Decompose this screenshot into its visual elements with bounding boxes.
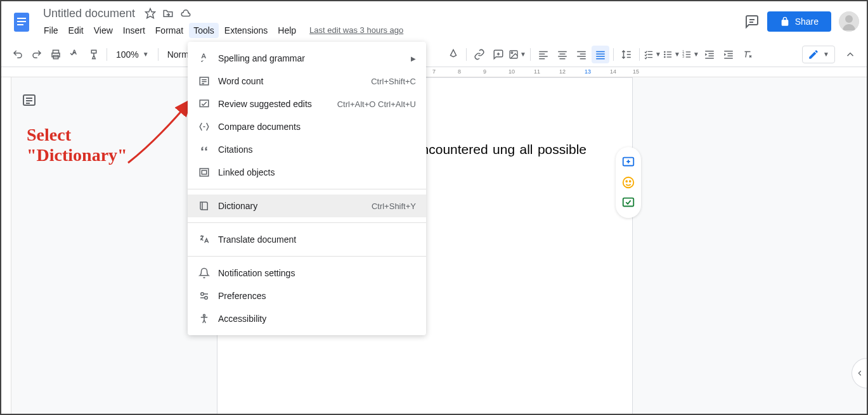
menu-extensions[interactable]: Extensions: [220, 23, 272, 38]
header-right: Share: [744, 11, 859, 32]
menu-file[interactable]: File: [39, 23, 63, 38]
user-avatar[interactable]: [839, 11, 859, 32]
toolbar: 100%▼ Normal ▼ ▼ ▼ 123▼ ▼: [1, 42, 867, 67]
svg-rect-31: [596, 56, 605, 57]
cloud-status-icon[interactable]: [179, 7, 192, 20]
horizontal-ruler[interactable]: 7 8 9 10 11 12 13 14 15: [1, 67, 867, 77]
svg-point-8: [845, 15, 853, 23]
svg-rect-52: [724, 58, 733, 59]
menu-help[interactable]: Help: [273, 23, 301, 38]
svg-point-62: [630, 181, 631, 182]
svg-point-33: [664, 51, 666, 53]
menu-accessibility[interactable]: Accessibility: [188, 307, 426, 330]
menu-divider: [188, 256, 426, 257]
spellcheck-icon: [198, 52, 211, 65]
svg-rect-21: [558, 51, 567, 52]
last-edit-link[interactable]: Last edit was 3 hours ago: [309, 25, 403, 35]
quote-icon: [198, 143, 211, 156]
document-title[interactable]: Untitled document: [39, 6, 139, 22]
outline-toggle-icon[interactable]: [22, 93, 39, 110]
paint-format-icon[interactable]: [85, 46, 103, 63]
menu-citations[interactable]: Citations: [188, 138, 426, 161]
align-justify-icon[interactable]: [592, 46, 609, 63]
menu-translate[interactable]: Translate document: [188, 228, 426, 251]
svg-rect-38: [667, 56, 671, 57]
insert-link-icon[interactable]: [470, 46, 488, 63]
svg-rect-18: [539, 53, 545, 54]
svg-rect-42: [686, 51, 690, 52]
submenu-arrow-icon: ▶: [411, 55, 416, 62]
menu-preferences[interactable]: Preferences: [188, 284, 426, 307]
svg-rect-17: [539, 51, 548, 52]
svg-rect-46: [708, 53, 713, 54]
checklist-icon[interactable]: ▼: [644, 46, 661, 63]
insert-image-icon[interactable]: ▼: [508, 46, 526, 63]
suggest-edit-icon[interactable]: [621, 195, 636, 210]
preferences-icon: [198, 290, 211, 302]
align-left-icon[interactable]: [534, 46, 552, 63]
emoji-reaction-icon[interactable]: [621, 175, 636, 190]
separator: [107, 48, 107, 61]
align-right-icon[interactable]: [573, 46, 590, 63]
bulleted-list-icon[interactable]: ▼: [663, 46, 680, 63]
docs-logo-icon[interactable]: [9, 9, 34, 34]
move-icon[interactable]: [162, 7, 174, 20]
menu-dictionary[interactable]: Dictionary Ctrl+Shift+Y: [188, 195, 426, 217]
svg-point-16: [511, 51, 513, 53]
bell-icon: [198, 267, 211, 279]
menu-review-edits[interactable]: Review suggested edits Ctrl+Alt+O Ctrl+A…: [188, 93, 426, 115]
review-icon: [198, 98, 211, 110]
menu-linked-objects[interactable]: Linked objects: [188, 161, 426, 184]
svg-rect-49: [724, 51, 733, 52]
align-center-icon[interactable]: [554, 46, 571, 63]
svg-point-60: [623, 177, 634, 188]
explore-tab-icon[interactable]: [852, 358, 867, 388]
svg-rect-47: [708, 55, 713, 56]
menu-view[interactable]: View: [89, 23, 117, 38]
menu-compare-docs[interactable]: Compare documents: [188, 115, 426, 138]
side-actions-panel: [616, 147, 641, 218]
menubar: File Edit View Insert Format Tools Exten…: [39, 23, 744, 38]
svg-rect-43: [686, 54, 690, 54]
menu-format[interactable]: Format: [151, 23, 188, 38]
clear-formatting-icon[interactable]: [739, 46, 756, 63]
star-icon[interactable]: [144, 7, 157, 20]
svg-point-74: [204, 314, 205, 316]
highlight-color-icon[interactable]: [444, 46, 462, 63]
decrease-indent-icon[interactable]: [701, 46, 718, 63]
add-comment-side-icon[interactable]: [621, 155, 636, 170]
line-spacing-icon[interactable]: [618, 46, 635, 63]
dictionary-icon: [198, 200, 211, 212]
numbered-list-icon[interactable]: 123▼: [682, 46, 699, 63]
document-canvas: d manipulate every d he encountered ung …: [1, 77, 867, 414]
share-label: Share: [795, 16, 819, 27]
separator: [158, 48, 159, 61]
menu-insert[interactable]: Insert: [119, 23, 150, 38]
svg-rect-29: [596, 51, 605, 52]
vertical-ruler[interactable]: [1, 77, 11, 414]
svg-rect-23: [558, 56, 567, 57]
share-button[interactable]: Share: [767, 11, 831, 32]
menu-divider: [188, 189, 426, 189]
svg-rect-28: [580, 58, 586, 60]
svg-rect-63: [623, 198, 634, 207]
zoom-select[interactable]: 100%▼: [111, 47, 154, 62]
hide-menus-icon[interactable]: [841, 46, 859, 63]
menu-notification-settings[interactable]: Notification settings: [188, 262, 426, 284]
accessibility-icon: [198, 312, 211, 325]
undo-icon[interactable]: [9, 46, 27, 63]
svg-point-34: [664, 53, 666, 55]
menu-word-count[interactable]: Word count Ctrl+Shift+C: [188, 70, 426, 93]
editing-mode-button[interactable]: ▼: [802, 46, 835, 63]
add-comment-icon[interactable]: [489, 46, 507, 63]
menu-edit[interactable]: Edit: [64, 23, 88, 38]
print-icon[interactable]: [47, 46, 65, 63]
increase-indent-icon[interactable]: [720, 46, 737, 63]
comment-history-icon[interactable]: [744, 14, 760, 29]
menu-spelling-grammar[interactable]: Spelling and grammar ▶: [188, 47, 426, 70]
svg-rect-37: [667, 54, 671, 54]
spellcheck-icon[interactable]: [66, 46, 84, 63]
redo-icon[interactable]: [28, 46, 46, 63]
svg-rect-45: [705, 51, 714, 52]
menu-tools[interactable]: Tools: [189, 23, 219, 38]
